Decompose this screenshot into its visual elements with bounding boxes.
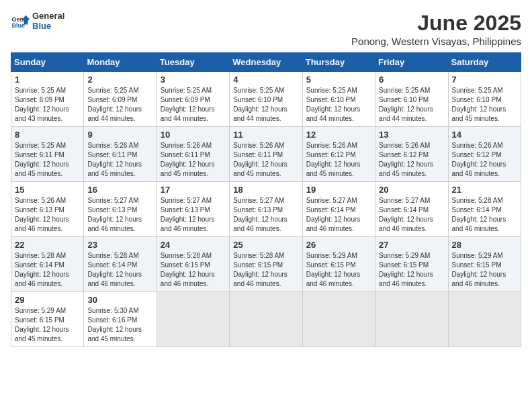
calendar-day-24: 24Sunrise: 5:28 AMSunset: 6:15 PMDayligh… <box>157 237 229 292</box>
day-info: Sunrise: 5:30 AMSunset: 6:16 PMDaylight:… <box>87 306 152 344</box>
day-info: Sunrise: 5:29 AMSunset: 6:15 PMDaylight:… <box>452 251 517 289</box>
header: General Blue General Blue June 2025 Pono… <box>11 11 521 47</box>
calendar-day-8: 8Sunrise: 5:25 AMSunset: 6:11 PMDaylight… <box>11 127 84 182</box>
calendar-week-row: 8Sunrise: 5:25 AMSunset: 6:11 PMDaylight… <box>11 127 521 182</box>
calendar-day-11: 11Sunrise: 5:26 AMSunset: 6:11 PMDayligh… <box>230 127 302 182</box>
day-number: 12 <box>306 130 371 140</box>
day-number: 21 <box>452 185 517 195</box>
day-number: 19 <box>306 185 371 195</box>
calendar-empty-cell <box>375 292 448 347</box>
calendar-day-17: 17Sunrise: 5:27 AMSunset: 6:13 PMDayligh… <box>157 182 229 237</box>
day-number: 1 <box>15 75 80 85</box>
day-number: 15 <box>15 185 80 195</box>
calendar-empty-cell <box>448 292 521 347</box>
weekday-header-saturday: Saturday <box>448 53 521 72</box>
day-info: Sunrise: 5:27 AMSunset: 6:13 PMDaylight:… <box>87 196 152 234</box>
logo-blue: Blue <box>32 21 64 31</box>
calendar-day-10: 10Sunrise: 5:26 AMSunset: 6:11 PMDayligh… <box>157 127 229 182</box>
calendar-day-18: 18Sunrise: 5:27 AMSunset: 6:13 PMDayligh… <box>230 182 302 237</box>
calendar-day-22: 22Sunrise: 5:28 AMSunset: 6:14 PMDayligh… <box>11 237 84 292</box>
day-number: 11 <box>233 130 298 140</box>
day-info: Sunrise: 5:27 AMSunset: 6:14 PMDaylight:… <box>379 196 444 234</box>
day-number: 20 <box>379 185 444 195</box>
calendar-day-25: 25Sunrise: 5:28 AMSunset: 6:15 PMDayligh… <box>230 237 302 292</box>
calendar-day-13: 13Sunrise: 5:26 AMSunset: 6:12 PMDayligh… <box>375 127 448 182</box>
day-info: Sunrise: 5:29 AMSunset: 6:15 PMDaylight:… <box>306 251 371 289</box>
title-area: June 2025 Ponong, Western Visayas, Phili… <box>351 11 521 47</box>
day-number: 9 <box>87 130 152 140</box>
day-info: Sunrise: 5:29 AMSunset: 6:15 PMDaylight:… <box>15 306 80 344</box>
calendar-table: SundayMondayTuesdayWednesdayThursdayFrid… <box>11 52 521 347</box>
weekday-header-monday: Monday <box>84 53 157 72</box>
day-number: 22 <box>15 240 80 250</box>
day-info: Sunrise: 5:28 AMSunset: 6:14 PMDaylight:… <box>452 196 517 234</box>
day-info: Sunrise: 5:28 AMSunset: 6:15 PMDaylight:… <box>233 251 298 289</box>
weekday-header-friday: Friday <box>375 53 448 72</box>
calendar-week-row: 22Sunrise: 5:28 AMSunset: 6:14 PMDayligh… <box>11 237 521 292</box>
day-number: 30 <box>87 295 152 305</box>
day-number: 28 <box>452 240 517 250</box>
day-info: Sunrise: 5:27 AMSunset: 6:13 PMDaylight:… <box>161 196 226 234</box>
calendar-day-30: 30Sunrise: 5:30 AMSunset: 6:16 PMDayligh… <box>84 292 157 347</box>
calendar-day-3: 3Sunrise: 5:25 AMSunset: 6:09 PMDaylight… <box>157 72 229 127</box>
day-number: 26 <box>306 240 371 250</box>
day-number: 2 <box>87 75 152 85</box>
day-info: Sunrise: 5:25 AMSunset: 6:10 PMDaylight:… <box>306 86 371 124</box>
logo-icon: General Blue <box>11 11 30 30</box>
day-number: 7 <box>452 75 517 85</box>
day-info: Sunrise: 5:26 AMSunset: 6:13 PMDaylight:… <box>15 196 80 234</box>
calendar-day-28: 28Sunrise: 5:29 AMSunset: 6:15 PMDayligh… <box>448 237 521 292</box>
calendar-day-21: 21Sunrise: 5:28 AMSunset: 6:14 PMDayligh… <box>448 182 521 237</box>
day-number: 5 <box>306 75 371 85</box>
calendar-week-row: 1Sunrise: 5:25 AMSunset: 6:09 PMDaylight… <box>11 72 521 127</box>
day-info: Sunrise: 5:25 AMSunset: 6:09 PMDaylight:… <box>15 86 80 124</box>
calendar-day-20: 20Sunrise: 5:27 AMSunset: 6:14 PMDayligh… <box>375 182 448 237</box>
logo: General Blue General Blue <box>11 11 64 31</box>
day-info: Sunrise: 5:28 AMSunset: 6:15 PMDaylight:… <box>161 251 226 289</box>
day-number: 3 <box>161 75 226 85</box>
calendar-day-27: 27Sunrise: 5:29 AMSunset: 6:15 PMDayligh… <box>375 237 448 292</box>
day-info: Sunrise: 5:25 AMSunset: 6:09 PMDaylight:… <box>87 86 152 124</box>
day-number: 27 <box>379 240 444 250</box>
calendar-day-2: 2Sunrise: 5:25 AMSunset: 6:09 PMDaylight… <box>84 72 157 127</box>
calendar-day-6: 6Sunrise: 5:25 AMSunset: 6:10 PMDaylight… <box>375 72 448 127</box>
day-info: Sunrise: 5:27 AMSunset: 6:14 PMDaylight:… <box>306 196 371 234</box>
weekday-header-tuesday: Tuesday <box>157 53 229 72</box>
day-number: 14 <box>452 130 517 140</box>
calendar-day-26: 26Sunrise: 5:29 AMSunset: 6:15 PMDayligh… <box>302 237 375 292</box>
svg-text:Blue: Blue <box>11 22 25 29</box>
day-number: 4 <box>233 75 298 85</box>
day-info: Sunrise: 5:28 AMSunset: 6:14 PMDaylight:… <box>87 251 152 289</box>
day-number: 10 <box>161 130 226 140</box>
day-number: 18 <box>233 185 298 195</box>
day-number: 23 <box>87 240 152 250</box>
calendar-day-4: 4Sunrise: 5:25 AMSunset: 6:10 PMDaylight… <box>230 72 302 127</box>
day-info: Sunrise: 5:26 AMSunset: 6:12 PMDaylight:… <box>379 141 444 179</box>
calendar-day-16: 16Sunrise: 5:27 AMSunset: 6:13 PMDayligh… <box>84 182 157 237</box>
weekday-header-thursday: Thursday <box>302 53 375 72</box>
calendar-day-15: 15Sunrise: 5:26 AMSunset: 6:13 PMDayligh… <box>11 182 84 237</box>
calendar-empty-cell <box>302 292 375 347</box>
day-info: Sunrise: 5:26 AMSunset: 6:12 PMDaylight:… <box>452 141 517 179</box>
weekday-header-sunday: Sunday <box>11 53 84 72</box>
day-info: Sunrise: 5:28 AMSunset: 6:14 PMDaylight:… <box>15 251 80 289</box>
weekday-header-row: SundayMondayTuesdayWednesdayThursdayFrid… <box>11 53 521 72</box>
day-number: 24 <box>161 240 226 250</box>
calendar-day-12: 12Sunrise: 5:26 AMSunset: 6:12 PMDayligh… <box>302 127 375 182</box>
day-number: 8 <box>15 130 80 140</box>
calendar-day-9: 9Sunrise: 5:26 AMSunset: 6:11 PMDaylight… <box>84 127 157 182</box>
day-info: Sunrise: 5:25 AMSunset: 6:10 PMDaylight:… <box>452 86 517 124</box>
calendar-day-19: 19Sunrise: 5:27 AMSunset: 6:14 PMDayligh… <box>302 182 375 237</box>
calendar-empty-cell <box>157 292 229 347</box>
calendar-day-1: 1Sunrise: 5:25 AMSunset: 6:09 PMDaylight… <box>11 72 84 127</box>
day-number: 17 <box>161 185 226 195</box>
calendar-empty-cell <box>230 292 302 347</box>
day-info: Sunrise: 5:25 AMSunset: 6:10 PMDaylight:… <box>379 86 444 124</box>
day-number: 29 <box>15 295 80 305</box>
day-number: 13 <box>379 130 444 140</box>
day-number: 16 <box>87 185 152 195</box>
day-info: Sunrise: 5:29 AMSunset: 6:15 PMDaylight:… <box>379 251 444 289</box>
day-number: 6 <box>379 75 444 85</box>
calendar-day-14: 14Sunrise: 5:26 AMSunset: 6:12 PMDayligh… <box>448 127 521 182</box>
day-info: Sunrise: 5:25 AMSunset: 6:09 PMDaylight:… <box>161 86 226 124</box>
